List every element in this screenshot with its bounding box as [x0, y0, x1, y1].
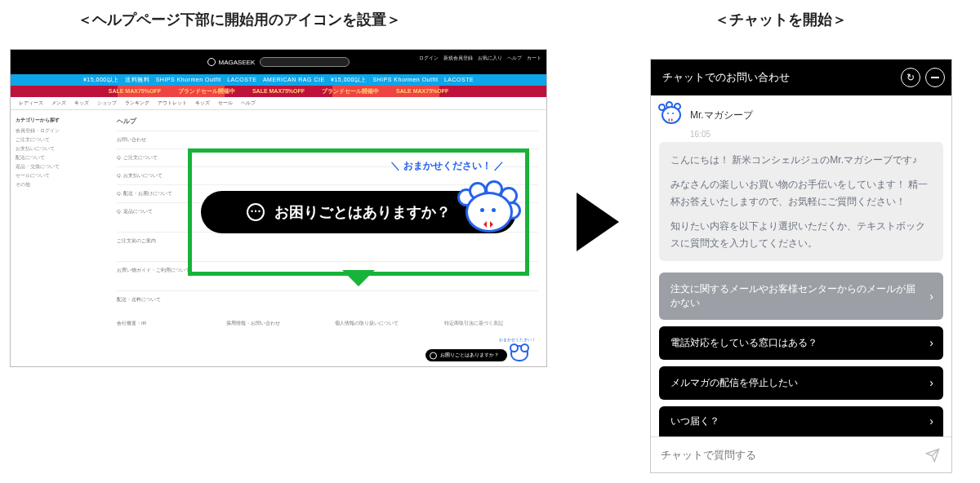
chat-header: チャットでのお問い合わせ ↻ [651, 60, 951, 95]
chat-text-input[interactable] [661, 449, 924, 461]
quick-reply-option[interactable]: いつ届く？ [659, 406, 943, 436]
bot-message: こんにちは！ 新米コンシェルジュのMr.マガシープです♪ みなさんの楽しいお買い… [659, 142, 943, 261]
site-header: MAGASEEK ログイン 新規会員登録 お気に入り ヘルプ カート [11, 50, 546, 74]
category-nav[interactable]: レディースメンズキッズショップランキングアウトレットキッズセールヘルプ [11, 97, 546, 110]
minimize-button[interactable] [925, 68, 945, 87]
search-input[interactable] [260, 57, 350, 67]
chat-launcher-pill[interactable]: お困りごとはありますか？ [425, 349, 507, 361]
chat-title: チャットでのお問い合わせ [662, 70, 790, 85]
msg-p2: みなさんの楽しいお買い物のお手伝いをしています！ 精一杯お答えいたしますので、お… [670, 176, 932, 210]
sheep-mascot-icon [457, 184, 521, 241]
chat-window: チャットでのお問い合わせ ↻ Mr.マガシープ 16:05 こんにちは！ 新米コ… [650, 59, 952, 473]
quick-replies: 注文に関するメールやお客様センターからのメールが届かない 電話対応をしている窓口… [659, 273, 943, 436]
speech-bubble-text: ＼ おまかせください！ ／ [390, 159, 504, 173]
header-links[interactable]: ログイン 新規会員登録 お気に入り ヘルプ カート [419, 55, 541, 62]
promo-banner-red: SALE MAX75%OFF ブランドセール開催中 SALE MAX75%OFF… [11, 86, 546, 97]
brand-name: MAGASEEK [219, 59, 256, 66]
bot-name: Mr.マガシープ [690, 109, 753, 122]
quick-reply-option[interactable]: メルマガの配信を停止したい [659, 366, 943, 400]
brand-logo: MAGASEEK [207, 58, 256, 66]
chat-launcher-label: お困りごとはありますか？ [274, 202, 451, 222]
highlight-box: ＼ おまかせください！ ／ お困りごとはありますか？ [188, 148, 529, 276]
help-heading: ヘルプ [117, 117, 538, 126]
caption-left: ＜ヘルプページ下部に開始用のアイコンを設置＞ [78, 10, 401, 29]
sheep-mascot-icon: おまかせください！ [510, 345, 528, 361]
quick-reply-option[interactable]: 電話対応をしている窓口はある？ [659, 326, 943, 360]
chat-icon [247, 203, 265, 221]
mini-bubble: おまかせください！ [499, 337, 536, 342]
chat-launcher-enlarged[interactable]: お困りごとはありますか？ [201, 191, 516, 233]
sidebar: カテゴリーから探す 会員登録・ログインご注文についてお支払いについて配送について… [11, 110, 109, 366]
msg-p3: 知りたい内容を以下より選択いただくか、テキストボックスに質問文を入力してください… [670, 218, 932, 251]
chat-launcher[interactable]: お困りごとはありますか？ おまかせください！ [425, 345, 528, 361]
reload-button[interactable]: ↻ [901, 68, 920, 87]
msg-p1: こんにちは！ 新米コンシェルジュのMr.マガシープです♪ [670, 152, 932, 168]
caption-right: ＜チャットを開始＞ [715, 10, 847, 29]
bot-avatar-icon [659, 104, 684, 126]
help-sub: お問い合わせ [117, 131, 538, 148]
chat-input-bar [651, 436, 951, 472]
message-timestamp: 16:05 [690, 130, 943, 139]
logo-icon [207, 58, 216, 66]
quick-reply-option[interactable]: 注文に関するメールやお客様センターからのメールが届かない [659, 273, 943, 320]
chat-body: Mr.マガシープ 16:05 こんにちは！ 新米コンシェルジュのMr.マガシープ… [651, 95, 951, 436]
sidebar-title: カテゴリーから探す [16, 117, 104, 124]
send-icon[interactable] [924, 446, 942, 464]
promo-banner-blue: ¥15,000以上 送料無料 SHIPS Khormen Outfit LACO… [11, 74, 546, 86]
arrow-right-icon [577, 193, 619, 251]
footer-links: 会社概要・IR採用情報・お問い合わせ個人情報の取り扱いについて特定商取引法に基づ… [117, 320, 538, 327]
